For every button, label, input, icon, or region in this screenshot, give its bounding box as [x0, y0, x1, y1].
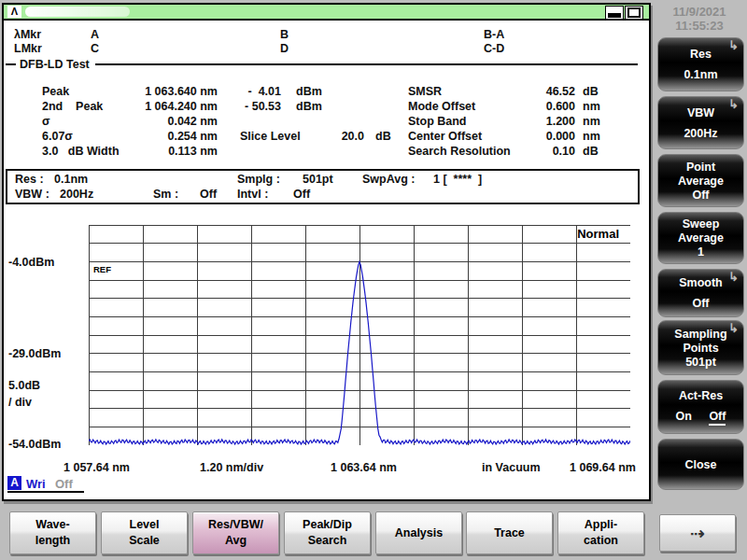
y-scale-value: 5.0dB: [8, 379, 40, 392]
marker-row-label: λMkr: [14, 28, 41, 41]
stop-band-label: Stop Band: [408, 115, 467, 128]
second-peak-level: - 50.53: [200, 100, 281, 113]
minimize-icon: [608, 13, 621, 18]
search-resolution-value: 0.10: [471, 145, 575, 158]
sweep-settings-box: Res : 0.1nm Smplg : 501pt SwpAvg : 1 [ *…: [6, 169, 640, 204]
softkey-act-res[interactable]: Act-ResOnOff: [657, 380, 744, 434]
smsr-value: 46.52: [471, 85, 575, 98]
marker-row-label: LMkr: [14, 42, 42, 55]
function-key-label: length: [35, 533, 71, 549]
marker-b-a: B-A: [484, 28, 504, 41]
center-offset-unit: nm: [583, 130, 600, 143]
function-key-peak-dip-search[interactable]: Peak/DipSearch: [284, 511, 371, 554]
trace-underline: [7, 491, 84, 493]
vacuum-label: in Vacuum: [482, 461, 541, 474]
marker-a: A: [91, 28, 99, 41]
vbw-value: 200Hz: [60, 188, 93, 201]
function-key-label: Analysis: [395, 525, 443, 541]
titlebar-title-washed: [25, 7, 130, 17]
function-key-label: Wave-: [35, 517, 69, 533]
softkey-sampling-points[interactable]: ↳SamplingPoints501pt: [657, 320, 744, 375]
res-value: 0.1nm: [54, 173, 88, 186]
x-tick-stop: 1 069.64 nm: [570, 461, 636, 474]
slice-level-value: 20.0: [321, 130, 364, 143]
softkey-label: Off: [692, 189, 709, 202]
function-key-label: Scale: [129, 533, 160, 549]
center-offset-value: 0.000: [471, 130, 575, 143]
softkey-sweep-average[interactable]: SweepAverage1: [657, 212, 744, 264]
toggle-on-label: On: [676, 410, 692, 426]
second-peak-label: 2nd Peak: [42, 100, 103, 113]
function-key-label: Appli-: [585, 517, 617, 533]
function-key-application[interactable]: Appli-cation: [557, 511, 644, 554]
function-key-label: Res/VBW/: [208, 517, 263, 533]
function-key-level-scale[interactable]: LevelScale: [101, 511, 188, 554]
anritsu-logo-icon: Λ: [7, 6, 21, 18]
maximize-button[interactable]: [625, 6, 643, 20]
sm-value: Off: [200, 188, 217, 201]
mode-offset-unit: nm: [583, 100, 600, 113]
function-key-next-page[interactable]: ⇢: [659, 514, 736, 552]
sigma-label: σ: [42, 115, 50, 128]
maximize-icon: [627, 7, 641, 18]
x-tick-start: 1 057.64 nm: [63, 461, 130, 474]
minimize-button[interactable]: [605, 6, 624, 20]
softkey-label: 1: [698, 245, 704, 259]
softkey-vbw[interactable]: ↳VBW200Hz: [657, 96, 744, 149]
date-label: 11/9/2021: [654, 5, 745, 19]
softkey-label: Sampling: [674, 328, 726, 341]
marker-d: D: [280, 42, 289, 55]
softkey-smooth[interactable]: ↳SmoothOff: [657, 269, 744, 317]
analysis-section: DFB-LD Test: [6, 58, 641, 71]
y-tick-mid: -29.0dBm: [8, 347, 61, 360]
swpavg-value: 1 [ **** ]: [433, 173, 482, 186]
trace-status: Off: [55, 477, 73, 491]
six-sigma-value: 0.254 nm: [134, 130, 218, 143]
function-key-label: cation: [584, 533, 618, 549]
ref-level-label: REF: [93, 264, 111, 274]
spectrum-plot: Normal REF: [89, 225, 630, 445]
analysis-title: DFB-LD Test: [20, 58, 90, 71]
on-off-toggle: OnOff: [658, 410, 743, 426]
function-key-label: Level: [130, 517, 160, 533]
function-key-trace[interactable]: Trace: [466, 511, 553, 554]
toggle-off-label: Off: [709, 410, 726, 426]
smsr-label: SMSR: [408, 85, 442, 98]
separator-line: [95, 63, 638, 65]
function-key-wavelength[interactable]: Wave-length: [9, 511, 96, 554]
softkey-label: Act-Res: [679, 389, 723, 402]
marker-b: B: [280, 28, 289, 41]
instrument-screen: Λ λMkr A B B-A LMkr C D C-D DFB-LD Test …: [2, 3, 651, 501]
smplg-label: Smplg :: [237, 173, 280, 186]
function-key-res-vbw-avg[interactable]: Res/VBW/Avg: [192, 511, 279, 554]
trace-mode-label: Normal: [577, 227, 619, 241]
x-tick-center: 1 063.64 nm: [331, 461, 397, 474]
softkey-point-average[interactable]: PointAverageOff: [657, 154, 744, 207]
function-key-label: Search: [308, 533, 347, 549]
peak-level-unit: dBm: [296, 85, 322, 98]
softkey-label: 200Hz: [684, 127, 717, 140]
trace-write-mode: Wri: [26, 477, 46, 491]
marker-c-d: C-D: [484, 42, 504, 55]
softkey-label: Res: [690, 48, 712, 61]
y-tick-bottom: -54.0dBm: [8, 438, 61, 451]
six-sigma-label: 6.07σ: [42, 130, 73, 143]
clock: 11/9/2021 11:55:23: [654, 5, 745, 33]
mode-offset-value: 0.600: [471, 100, 575, 113]
slice-level-unit: dB: [375, 130, 391, 143]
submenu-arrow-icon: ↳: [728, 321, 739, 335]
next-page-arrow-icon: ⇢: [690, 525, 705, 541]
softkey-label: Average: [678, 175, 724, 188]
softkey-label: Sweep: [683, 217, 720, 231]
softkey-close[interactable]: Close: [657, 439, 744, 490]
trace-a-badge: A: [7, 476, 21, 490]
smsr-unit: dB: [583, 85, 599, 98]
function-key-label: Avg: [225, 533, 247, 549]
softkey-label: Smooth: [679, 276, 723, 289]
softkey-res[interactable]: ↳Res0.1nm: [657, 37, 744, 91]
function-key-label: Trace: [494, 525, 525, 541]
softkey-label: 0.1nm: [684, 68, 717, 81]
search-resolution-unit: dB: [583, 145, 599, 158]
function-key-analysis[interactable]: Analysis: [375, 511, 462, 554]
softkey-label: Point: [686, 161, 715, 174]
